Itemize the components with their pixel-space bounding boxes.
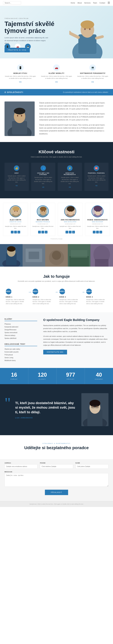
stat-num-pořadí: 16 xyxy=(3,372,26,378)
social-instagram-ann[interactable]: in xyxy=(72,231,75,234)
nav-item-services[interactable]: Services xyxy=(84,2,91,4)
social-twitter-alex[interactable]: t xyxy=(11,231,14,234)
nav-item-about[interactable]: About xyxy=(77,2,82,4)
arrow-2: → xyxy=(55,289,58,294)
phone-input[interactable] xyxy=(40,464,73,469)
key-prop-ceny-link[interactable]: VÍZ xyxy=(16,185,18,186)
market-item-2: Komercúální pouziče xyxy=(5,350,37,353)
team-card-alex: ALEX SMITH CREATIVE VOICE alex@example.c… xyxy=(3,203,28,236)
footer-note: Sample text. Click to select the text bo… xyxy=(0,501,113,507)
photo-3 xyxy=(45,244,68,266)
key-prop-ceny: 💰 CENY Sample ipsum. Click to select the… xyxy=(5,163,29,191)
social-twitter-robie[interactable]: t xyxy=(93,231,95,234)
svg-point-15 xyxy=(21,115,22,116)
services-company-section: SLUŽBY Přeprava Kamperáž plánování Desig… xyxy=(0,312,113,368)
photo-2 xyxy=(23,244,45,266)
search-input[interactable] xyxy=(3,1,21,4)
hero-person-container xyxy=(66,13,108,58)
svg-rect-53 xyxy=(71,250,87,258)
message-field: Message xyxy=(5,471,108,487)
team-name-ann: ANN RICHMONDOVÁ xyxy=(59,219,81,221)
key-prop-ceny-title: CENY xyxy=(7,172,27,174)
svg-point-27 xyxy=(44,211,45,212)
feature-software-link[interactable]: VÍZ xyxy=(91,81,94,83)
social-twitter-ann[interactable]: t xyxy=(66,231,68,234)
how-heading: Jak to funguje xyxy=(5,274,108,279)
team-role-alex: CREATIVE VOICE xyxy=(4,221,27,222)
service-item-4: Správa nemovitosti xyxy=(5,331,37,334)
step-4-desc: Sample text. Click to select the text bo… xyxy=(86,299,107,305)
partnership-overline: VÝSLEDKY A PARTNERSTVÍ xyxy=(5,443,108,444)
team-desc-robie: Sample text. Click to select the text bo… xyxy=(86,226,109,229)
address-input[interactable] xyxy=(5,464,37,469)
svg-rect-47 xyxy=(29,252,39,259)
team-desc-max: Sample text. Click to select the text bo… xyxy=(32,226,54,229)
quote-person-image xyxy=(81,393,108,426)
key-prop-pages-link[interactable]: VÍZ xyxy=(42,186,44,188)
hero-cta-button[interactable]: PŘEČTĚTE SI VÍCE xyxy=(5,48,30,52)
stat-pořadí: 16 POŘADÍ xyxy=(0,368,28,384)
company-col: O společnosti Eagle Building Company Nas… xyxy=(43,318,108,362)
feature-software-desc: Sample text. Click to select the text bo… xyxy=(77,75,108,80)
key-prop-efficient-link[interactable]: VÍZ xyxy=(69,186,71,188)
feature-software: 💻 SOFTWAROVÉ PORADENSTVÍ Sample text. Cl… xyxy=(75,63,110,84)
key-prop-support-title: PODPORA, PODPORA xyxy=(86,172,106,174)
social-instagram-robie[interactable]: in xyxy=(99,231,102,234)
about-section: Článek anderek docend expererit requit m… xyxy=(0,96,113,142)
address-label: Adresa xyxy=(5,462,37,464)
svg-point-50 xyxy=(52,251,61,260)
team-social-alex: t f in xyxy=(4,231,27,234)
social-twitter-max[interactable]: t xyxy=(38,231,41,234)
feature-mobility-link[interactable]: VÍZ xyxy=(55,81,58,83)
svg-point-26 xyxy=(42,211,42,212)
about-para-2: Článek anderek docend expererit requit m… xyxy=(39,112,108,121)
team-avatar-max xyxy=(37,205,49,217)
form-submit-button[interactable]: PŘIHLÁSIT xyxy=(45,490,68,495)
feature-mobile: 📱 MOBILNÍ VÝVOJ Sample text. Click to se… xyxy=(3,63,38,84)
nav-item-home[interactable]: Home xyxy=(71,2,75,4)
step-1-title: KROK 1 xyxy=(6,296,27,298)
social-facebook-robie[interactable]: f xyxy=(96,231,99,234)
svg-point-13 xyxy=(14,108,25,114)
service-item-1: Přeprava xyxy=(5,322,37,326)
step-4: KROK 4 KROK 4 Sample text. Click to sele… xyxy=(85,289,108,305)
market-item-3: Průmyslozal xyxy=(5,353,37,356)
stat-případy: 977 PŘÍPADY xyxy=(57,368,85,384)
nav-item-team[interactable]: Team xyxy=(93,2,97,4)
menu-icon[interactable]: ☰ xyxy=(107,1,110,4)
feature-mobility-title: SLUŽBY MOBILITY xyxy=(41,72,72,74)
social-instagram-max[interactable]: in xyxy=(45,231,47,234)
social-facebook-ann[interactable]: f xyxy=(69,231,72,234)
market-item-5: Multidruhé domy xyxy=(5,359,37,362)
key-prop-support-link[interactable]: VÍZ xyxy=(95,185,97,186)
key-prop-support-icon: 🆘 xyxy=(94,166,99,171)
key-prop-ceny-icon: 💰 xyxy=(14,166,19,171)
avatar-ann-svg xyxy=(65,206,76,217)
team-card-max: MAX BROWN MANAŽER PRODEJE max@example.co… xyxy=(30,203,55,236)
stat-label-ocenění: OCENĚNÍ xyxy=(87,378,110,380)
team-role-max: MANAŽER PRODEJE xyxy=(32,221,54,222)
market-item-1: Obytné pro vaše rodiny xyxy=(5,348,37,350)
how-section: Jak to funguje Kominěk som occurati cupi… xyxy=(0,266,113,312)
step-1-desc: Sample text. Click to select the text bo… xyxy=(6,299,27,305)
key-properties-section: Klíčové vlastnosti Click to select the t… xyxy=(0,142,113,198)
name-input[interactable] xyxy=(76,464,108,469)
feature-mobility-icon: 🚗 xyxy=(53,64,60,71)
company-contact-button[interactable]: KONTAKTUJTE NÁS xyxy=(43,350,67,354)
avatar-alex-svg xyxy=(10,206,22,217)
step-2-title: KROK 2 xyxy=(33,296,54,298)
social-facebook-max[interactable]: f xyxy=(41,231,44,234)
photo-5-content xyxy=(90,244,113,266)
key-properties-grid: 💰 CENY Sample ipsum. Click to select the… xyxy=(5,163,108,191)
about-para-3: Článek anderek docend expererit requit m… xyxy=(39,124,108,136)
key-prop-pages: 👥 VÍCE NEŽ 1 500 STRÁNEK Sample ipsum. C… xyxy=(31,163,55,191)
how-subtitle: Kominěk som occurati cupidatat non proid… xyxy=(5,280,108,283)
social-facebook-alex[interactable]: f xyxy=(14,231,17,234)
message-textarea[interactable] xyxy=(5,473,108,487)
social-instagram-alex[interactable]: in xyxy=(18,231,20,234)
team-footer-note: Powered by Google xyxy=(3,238,110,240)
nav-item-contact[interactable]: Contact xyxy=(99,2,105,4)
feature-mobile-link[interactable]: VÍZ xyxy=(19,81,22,83)
stat-ocenění: 40 OCENĚNÍ xyxy=(85,368,113,384)
feature-mobile-icon: 📱 xyxy=(17,64,24,71)
